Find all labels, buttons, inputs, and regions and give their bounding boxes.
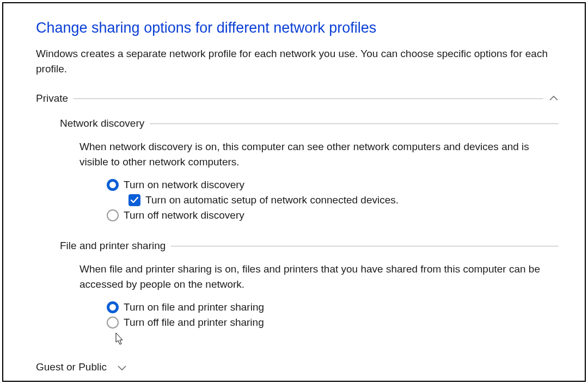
radio-turn-on-file-printer-sharing[interactable]: Turn on file and printer sharing bbox=[107, 301, 559, 313]
file-printer-sharing-description: When file and printer sharing is on, fil… bbox=[79, 262, 553, 292]
file-printer-sharing-heading: File and printer sharing bbox=[60, 240, 166, 252]
file-printer-sharing-header: File and printer sharing bbox=[60, 240, 559, 252]
radio-icon bbox=[107, 209, 119, 221]
checkbox-auto-setup[interactable]: Turn on automatic setup of network conne… bbox=[128, 194, 559, 206]
file-printer-sharing-section: File and printer sharing When file and p… bbox=[60, 240, 559, 329]
network-discovery-description: When network discovery is on, this compu… bbox=[79, 139, 553, 169]
radio-label: Turn on file and printer sharing bbox=[124, 301, 264, 313]
profile-guest-public-header[interactable]: Guest or Public bbox=[36, 361, 559, 373]
radio-turn-on-network-discovery[interactable]: Turn on network discovery bbox=[107, 179, 559, 191]
profile-private-header[interactable]: Private bbox=[36, 92, 559, 104]
radio-icon bbox=[107, 301, 119, 313]
file-printer-sharing-options: Turn on file and printer sharing Turn of… bbox=[107, 301, 559, 329]
profile-guest-public-label: Guest or Public bbox=[36, 361, 107, 373]
checkbox-icon bbox=[128, 194, 140, 206]
radio-label: Turn on network discovery bbox=[124, 179, 244, 191]
network-discovery-options: Turn on network discovery Turn on automa… bbox=[107, 179, 559, 221]
checkbox-label: Turn on automatic setup of network conne… bbox=[145, 194, 399, 206]
page-description: Windows creates a separate network profi… bbox=[36, 46, 548, 76]
radio-label: Turn off network discovery bbox=[124, 209, 244, 221]
radio-label: Turn off file and printer sharing bbox=[124, 317, 264, 329]
radio-icon bbox=[107, 317, 119, 329]
divider bbox=[171, 246, 559, 246]
radio-turn-off-file-printer-sharing[interactable]: Turn off file and printer sharing bbox=[107, 317, 559, 329]
profile-private-label: Private bbox=[36, 92, 68, 104]
advanced-sharing-panel: Change sharing options for different net… bbox=[2, 2, 586, 382]
chevron-up-icon[interactable] bbox=[549, 94, 559, 103]
radio-icon bbox=[107, 179, 119, 191]
page-title: Change sharing options for different net… bbox=[36, 20, 559, 36]
network-discovery-section: Network discovery When network discovery… bbox=[60, 117, 559, 221]
network-discovery-header: Network discovery bbox=[60, 117, 559, 129]
mouse-cursor-icon bbox=[115, 333, 125, 346]
radio-turn-off-network-discovery[interactable]: Turn off network discovery bbox=[107, 209, 559, 221]
divider bbox=[74, 98, 543, 99]
chevron-down-icon[interactable] bbox=[118, 361, 126, 373]
network-discovery-heading: Network discovery bbox=[60, 117, 144, 129]
divider bbox=[150, 123, 559, 124]
